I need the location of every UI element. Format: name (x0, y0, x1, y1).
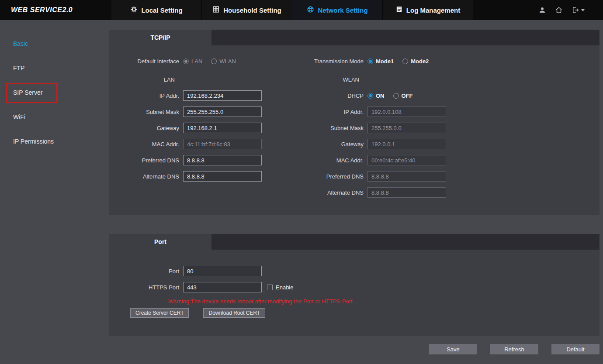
wlan-ip-row: IP Addr. (298, 106, 482, 117)
wlan-gateway-row: Gateway (298, 139, 482, 149)
tab-network-setting[interactable]: Network Setting (292, 0, 383, 20)
radio-dhcp-off-label: OFF (402, 93, 413, 99)
field-label: Preferred DNS (298, 173, 364, 180)
lan-subnet-row: Subnet Mask (121, 106, 296, 117)
wlan-preferred-dns-row: Preferred DNS (298, 171, 482, 182)
sidebar-item-sip-server[interactable]: SIP Server (0, 80, 109, 105)
wlan-alternate-dns-row: Alternate DNS (298, 187, 482, 198)
field-label: Preferred DNS (121, 157, 179, 164)
footer-actions: Save Refresh Default (109, 344, 600, 354)
sidebar-item-wifi[interactable]: WiFi (0, 105, 109, 129)
field-label: Subnet Mask (121, 109, 179, 115)
wlan-ip-addr-input (367, 106, 446, 117)
log-icon (395, 6, 403, 14)
tab-household-setting[interactable]: Household Setting (202, 0, 292, 20)
tab-label: Network Setting (318, 7, 367, 14)
field-label: Gateway (121, 125, 179, 131)
radio-dhcp-off[interactable] (393, 93, 399, 99)
gear-icon (130, 6, 138, 14)
tab-label: Household Setting (223, 7, 281, 14)
radio-mode2-label: Mode2 (411, 58, 429, 65)
lan-section-title: LAN (121, 74, 296, 85)
main-content: TCP/IP Default Interface LAN WLAN (109, 20, 600, 364)
tab-label: Local Setting (141, 7, 182, 14)
radio-wlan (211, 58, 217, 64)
https-port-row: HTTPS Port Enable (121, 282, 600, 292)
user-icon[interactable] (538, 6, 546, 14)
transmission-mode-options: Mode1 Mode2 (367, 58, 435, 65)
wlan-subnet-mask-input (367, 123, 446, 133)
wlan-mac-row: MAC Addr. (298, 155, 482, 165)
tcpip-panel: TCP/IP Default Interface LAN WLAN (109, 30, 600, 215)
topbar-actions (538, 0, 603, 20)
radio-mode2[interactable] (402, 58, 408, 64)
radio-wlan-label: WLAN (219, 58, 236, 65)
wlan-subnet-row: Subnet Mask (298, 123, 482, 133)
wlan-section-title: WLAN (298, 74, 482, 85)
download-root-cert-button[interactable]: Download Root CERT (203, 308, 265, 318)
save-button[interactable]: Save (429, 344, 477, 354)
field-label: IP Addr. (121, 93, 179, 99)
wlan-mac-addr-input (367, 155, 446, 165)
refresh-button[interactable]: Refresh (490, 344, 538, 354)
port-tab[interactable]: Port (109, 234, 211, 250)
default-button[interactable]: Default (551, 344, 600, 354)
port-row: Port (121, 266, 600, 276)
radio-lan-label: LAN (191, 58, 202, 65)
sidebar-item-label: WiFi (13, 113, 25, 120)
radio-lan (183, 58, 189, 64)
https-port-input[interactable] (183, 282, 262, 292)
radio-dhcp-on-label: ON (376, 93, 385, 99)
wlan-preferred-dns-input (367, 171, 446, 182)
globe-icon (307, 6, 314, 14)
chevron-down-icon (581, 9, 585, 11)
dhcp-label: DHCP (298, 93, 364, 99)
lan-ip-addr-input[interactable] (183, 90, 262, 101)
tcpip-panel-header: TCP/IP (109, 30, 600, 45)
tab-log-management[interactable]: Log Management (383, 0, 473, 20)
tcpip-panel-body: Default Interface LAN WLAN LAN IP Addr. (109, 45, 600, 215)
port-input[interactable] (183, 266, 262, 276)
lan-gateway-input[interactable] (183, 123, 262, 133)
sidebar-item-label: Basic (13, 40, 28, 47)
sidebar-item-basic[interactable]: Basic (0, 31, 109, 56)
main-nav: Local Setting Household Setting (111, 0, 473, 20)
field-label: IP Addr. (298, 109, 364, 115)
tcpip-tab[interactable]: TCP/IP (109, 30, 211, 45)
wlan-gateway-input (367, 139, 446, 149)
logout-icon[interactable] (572, 6, 585, 14)
sidebar-item-ip-permissions[interactable]: IP Permissions (0, 129, 109, 154)
lan-preferred-dns-input[interactable] (183, 155, 262, 165)
port-warning-text: Warning:The device needs reboot after mo… (168, 298, 600, 305)
default-interface-row: Default Interface LAN WLAN (121, 56, 296, 66)
lan-alternate-dns-row: Alternate DNS (121, 171, 296, 182)
radio-dhcp-on[interactable] (367, 93, 373, 99)
transmission-mode-label: Transmission Mode (298, 58, 364, 65)
web-service-app: WEB SERVICE2.0 Local Setting (0, 0, 603, 364)
tab-local-setting[interactable]: Local Setting (111, 0, 202, 20)
lan-gateway-row: Gateway (121, 123, 296, 133)
wlan-column: Transmission Mode Mode1 Mode2 WLAN DHCP (298, 56, 482, 203)
enable-checkbox[interactable] (267, 285, 273, 290)
create-server-cert-button[interactable]: Create Server CERT (130, 308, 189, 318)
default-interface-options: LAN WLAN (183, 58, 242, 65)
radio-mode1[interactable] (367, 58, 373, 64)
field-label: MAC Addr. (121, 141, 179, 148)
sidebar-item-ftp[interactable]: FTP (0, 56, 109, 80)
radio-mode1-label: Mode1 (376, 58, 394, 65)
field-label: Subnet Mask (298, 125, 364, 131)
lan-mac-row: MAC Addr. (121, 139, 296, 149)
field-label: MAC Addr. (298, 157, 364, 164)
lan-alternate-dns-input[interactable] (183, 171, 262, 182)
cert-buttons-row: Create Server CERT Download Root CERT (130, 308, 600, 318)
port-panel-header: Port (109, 234, 600, 250)
sidebar-item-label: IP Permissions (13, 138, 54, 145)
sidebar-item-label: FTP (13, 65, 24, 72)
dhcp-options: ON OFF (367, 93, 419, 99)
home-icon[interactable] (555, 6, 563, 14)
https-port-label: HTTPS Port (121, 284, 179, 291)
lan-subnet-mask-input[interactable] (183, 106, 262, 117)
port-label: Port (121, 268, 179, 275)
transmission-mode-row: Transmission Mode Mode1 Mode2 (298, 56, 482, 66)
lan-ip-row: IP Addr. (121, 90, 296, 101)
